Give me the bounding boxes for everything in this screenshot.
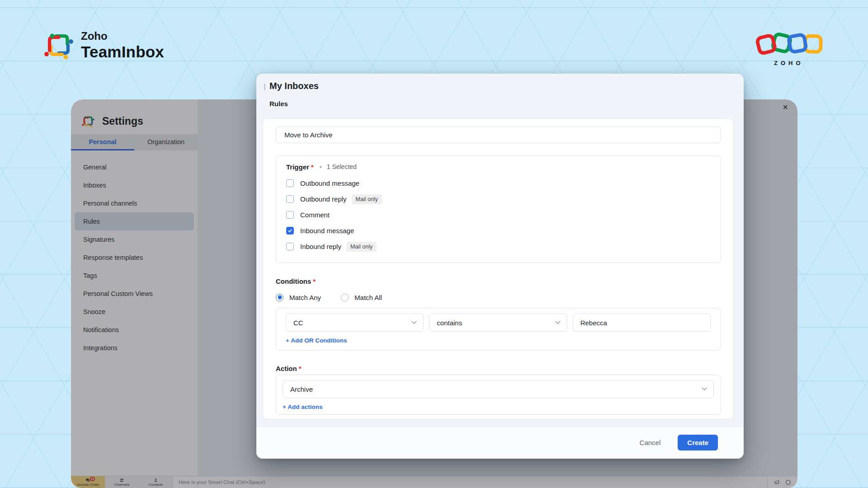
trigger-option-inbound-reply: Inbound reply Mail only bbox=[286, 239, 710, 254]
match-any-option[interactable]: Match Any bbox=[276, 294, 321, 301]
modal-subtitle: Rules bbox=[269, 100, 288, 108]
zoho-rings-icon bbox=[754, 31, 828, 59]
mail-only-badge: Mail only bbox=[346, 242, 377, 252]
cancel-button[interactable]: Cancel bbox=[640, 439, 661, 446]
required-asterisk: * bbox=[313, 277, 316, 285]
checkbox-unchecked-icon[interactable] bbox=[286, 243, 294, 250]
modal-title: My Inboxes bbox=[269, 81, 319, 91]
chevron-down-icon bbox=[702, 385, 707, 390]
chevron-down-icon bbox=[412, 319, 417, 324]
trigger-section: Trigger * 1 Selected Outbound message Ou… bbox=[276, 155, 721, 263]
action-label: Action bbox=[276, 365, 297, 372]
trigger-option-outbound-message: Outbound message bbox=[286, 175, 710, 191]
radio-unselected-icon[interactable] bbox=[341, 294, 349, 301]
trigger-option-outbound-reply: Outbound reply Mail only bbox=[286, 191, 710, 207]
condition-field-select[interactable]: CC bbox=[286, 314, 424, 332]
rule-modal: My Inboxes Rules Trigger * 1 Selected Ou… bbox=[256, 74, 744, 459]
trigger-option-comment: Comment bbox=[286, 207, 710, 223]
modal-tick-decoration bbox=[264, 84, 265, 90]
action-section: Archive + Add actions bbox=[276, 375, 721, 415]
zoho-logo: ZOHO bbox=[754, 31, 828, 66]
teaminbox-logo: Zoho TeamInbox bbox=[43, 26, 164, 64]
radio-selected-icon[interactable] bbox=[276, 294, 283, 301]
modal-footer: Cancel Create bbox=[256, 426, 744, 459]
zoho-wordmark: ZOHO bbox=[754, 60, 828, 66]
chevron-down-icon bbox=[555, 319, 560, 324]
mail-only-badge: Mail only bbox=[352, 194, 382, 204]
checkbox-unchecked-icon[interactable] bbox=[286, 211, 294, 219]
trigger-option-inbound-message: Inbound message bbox=[286, 223, 710, 239]
checkbox-unchecked-icon[interactable] bbox=[286, 179, 294, 187]
action-select[interactable]: Archive bbox=[283, 380, 714, 398]
checkbox-checked-icon[interactable] bbox=[286, 227, 294, 235]
condition-operator-select[interactable]: contains bbox=[429, 314, 567, 332]
add-or-conditions-link[interactable]: + Add OR Conditions bbox=[286, 337, 347, 344]
required-asterisk: * bbox=[299, 365, 302, 372]
create-button[interactable]: Create bbox=[678, 435, 718, 450]
add-actions-link[interactable]: + Add actions bbox=[283, 404, 322, 410]
rule-form-card: Trigger * 1 Selected Outbound message Ou… bbox=[263, 118, 734, 419]
required-asterisk: * bbox=[311, 163, 314, 171]
checkbox-unchecked-icon[interactable] bbox=[286, 195, 294, 203]
condition-value-input[interactable] bbox=[573, 314, 711, 332]
brand-zoho-text: Zoho bbox=[81, 30, 164, 42]
conditions-section: CC contains + Add OR Conditions bbox=[276, 308, 721, 351]
match-all-option[interactable]: Match All bbox=[341, 294, 382, 301]
conditions-label: Conditions bbox=[276, 277, 311, 285]
trigger-selected-count: 1 Selected bbox=[327, 163, 357, 170]
brand-product-text: TeamInbox bbox=[81, 43, 164, 61]
page: Zoho TeamInbox ZOHO bbox=[0, 0, 868, 488]
rule-name-input[interactable] bbox=[276, 127, 721, 143]
dot-separator bbox=[320, 166, 322, 168]
teaminbox-pinwheel-icon bbox=[43, 26, 75, 64]
trigger-label: Trigger bbox=[286, 163, 309, 171]
